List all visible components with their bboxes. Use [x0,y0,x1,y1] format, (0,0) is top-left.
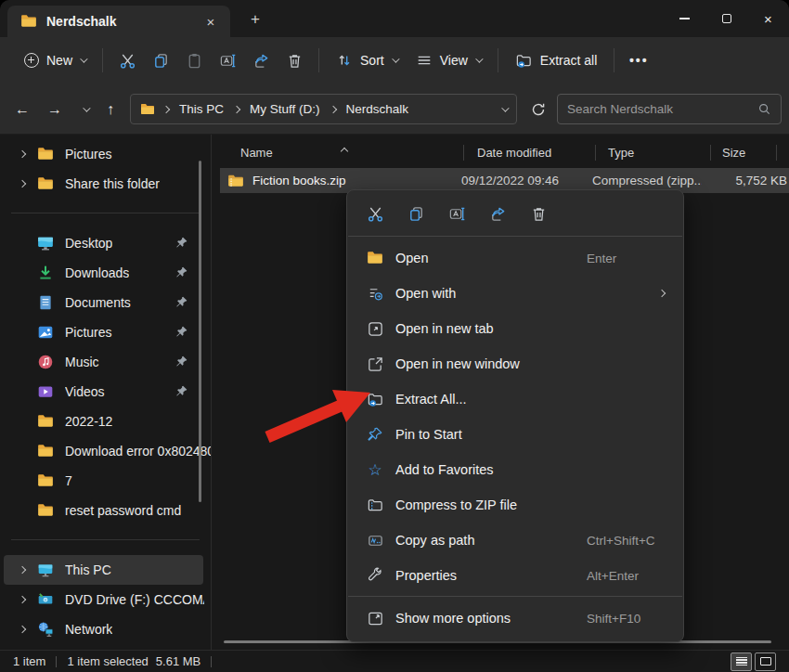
sidebar-divider [11,213,200,213]
menu-item-add-to-favorites[interactable]: ☆ Add to Favorites [351,452,679,487]
copy-button[interactable] [144,45,177,76]
new-button[interactable]: New [15,46,95,74]
cut-icon [119,52,136,70]
sidebar-item-downloads[interactable]: Downloads [0,258,211,288]
sort-label: Sort [360,53,384,68]
new-tab-button[interactable]: + [244,8,266,31]
menu-item-extract-all[interactable]: Extract All... [351,381,679,417]
sidebar-item-2022-12[interactable]: 2022-12 [0,407,211,436]
up-button[interactable]: ↑ [97,97,123,123]
address-dropdown-icon[interactable] [501,104,509,111]
sidebar-item-documents[interactable]: Documents [0,288,211,317]
view-button[interactable]: View [407,45,490,75]
menu-item-copy-as-path[interactable]: Copy as path Ctrl+Shift+C [351,523,679,558]
extract-all-icon [515,52,533,70]
menu-item-open-with[interactable]: Open with [351,276,679,311]
search-input[interactable] [567,102,757,116]
extract-all-button[interactable]: Extract all [506,45,606,76]
refresh-icon [531,102,546,117]
column-separator[interactable] [595,145,596,161]
desktop-icon [37,235,54,252]
plus-circle-icon [24,53,39,68]
refresh-button[interactable] [525,97,551,123]
paste-button[interactable] [177,45,211,76]
menu-item-open[interactable]: Open Enter [351,240,679,276]
menu-item-pin-to-start[interactable]: Pin to Start [351,417,679,452]
open-with-icon [366,284,384,303]
column-size[interactable]: Size [722,146,745,160]
pin-icon [175,355,188,368]
sidebar-item-pictures[interactable]: Pictures [0,317,211,347]
menu-item-compress-to-zip[interactable]: Compress to ZIP file [351,487,679,523]
column-separator[interactable] [463,145,464,161]
rename-button[interactable] [438,198,475,229]
chevron-right-icon[interactable] [15,627,30,632]
column-date-modified[interactable]: Date modified [477,146,551,160]
maximize-button[interactable] [705,0,747,37]
copy-icon [152,52,170,70]
forward-button[interactable]: → [42,97,68,123]
sidebar-item-download-error[interactable]: Download error 0x80248007 [0,436,211,466]
column-separator[interactable] [710,145,711,161]
breadcrumb-folder[interactable]: Nerdschalk [344,100,411,118]
share-button[interactable] [479,198,516,229]
sidebar-item-desktop[interactable]: Desktop [0,228,211,258]
rename-button[interactable] [211,45,244,76]
recent-locations-button[interactable] [72,97,98,123]
menu-item-open-in-new-tab[interactable]: Open in new tab [351,311,679,346]
breadcrumb-this-pc[interactable]: This PC [177,100,226,118]
sidebar-item-network[interactable]: Network [0,614,211,644]
sidebar-item-reset-password-cmd[interactable]: reset password cmd [0,496,211,525]
delete-button[interactable] [520,198,557,229]
sidebar-label: 2022-12 [65,414,112,429]
tab-title: Nerdschalk [46,14,200,29]
sort-ascending-icon [342,143,347,157]
menu-item-open-in-new-window[interactable]: Open in new window [351,346,679,381]
sidebar-item-music[interactable]: Music [0,347,211,377]
sidebar-item-pictures-tree[interactable]: Pictures [0,139,211,169]
column-name[interactable]: Name [240,146,273,160]
sidebar-item-this-pc[interactable]: This PC [4,555,203,585]
menu-label: Open in new tab [395,321,494,336]
folder-icon [140,102,155,117]
copy-button[interactable] [397,198,434,229]
delete-icon [530,205,548,223]
sort-button[interactable]: Sort [327,45,407,75]
breadcrumb-drive[interactable]: My Stuff (D:) [248,100,322,118]
menu-item-show-more-options[interactable]: Show more options Shift+F10 [351,601,679,636]
properties-wrench-icon [366,566,384,585]
sidebar-item-7[interactable]: 7 [0,466,211,496]
back-button[interactable]: ← [9,97,35,123]
context-menu-icon-row [347,194,683,233]
star-icon: ☆ [366,460,384,479]
tab-close-icon[interactable]: × [200,11,221,32]
item-count: 1 item [13,654,45,668]
large-icons-view-button[interactable] [755,653,776,671]
menu-item-properties[interactable]: Properties Alt+Enter [351,558,679,593]
share-button[interactable] [244,45,278,76]
sidebar-label: Desktop [65,236,112,251]
sidebar-item-videos[interactable]: Videos [0,377,211,407]
pin-icon [175,265,188,279]
cut-button[interactable] [356,198,394,229]
sidebar-scrollbar[interactable] [199,161,201,502]
chevron-right-icon[interactable] [15,597,30,602]
menu-label: Add to Favorites [395,462,494,477]
submenu-chevron-icon [658,290,666,297]
minimize-button[interactable] [664,0,705,37]
cut-button[interactable] [110,45,144,76]
sidebar-item-share-this-folder[interactable]: Share this folder [0,169,211,199]
chevron-right-icon[interactable] [15,151,30,157]
chevron-right-icon[interactable] [15,567,30,573]
show-more-options-icon [366,609,384,627]
tab-nerdschalk[interactable]: Nerdschalk × [7,6,230,37]
breadcrumb[interactable]: This PC My Stuff (D:) Nerdschalk [130,94,517,124]
delete-button[interactable] [278,45,311,76]
sidebar-item-dvd-drive[interactable]: DVD Drive (F:) CCCOMA_X64 [0,585,211,614]
details-view-button[interactable] [731,653,752,671]
column-separator[interactable] [776,145,777,161]
chevron-right-icon[interactable] [15,181,30,187]
see-more-button[interactable]: ••• [622,45,655,76]
column-type[interactable]: Type [608,146,634,160]
close-button[interactable]: × [747,0,789,37]
